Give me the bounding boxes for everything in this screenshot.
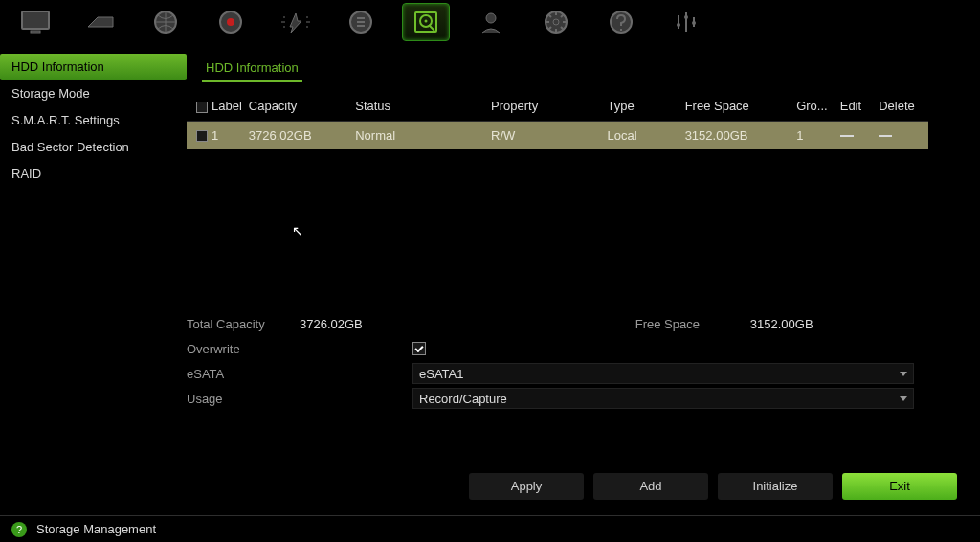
label-usage: Usage: [187, 392, 300, 406]
hdd-icon[interactable]: [402, 3, 450, 41]
cell-edit[interactable]: [836, 121, 876, 149]
overwrite-checkbox[interactable]: [412, 342, 426, 355]
cell-property: R/W: [487, 121, 604, 149]
cell-type: Local: [604, 121, 681, 149]
cell-status: Normal: [351, 121, 487, 149]
svg-point-14: [684, 15, 688, 19]
label-free-space: Free Space: [635, 317, 750, 331]
network-icon[interactable]: [142, 3, 189, 41]
row-checkbox[interactable]: [196, 130, 208, 142]
status-bar: ? Storage Management: [0, 515, 980, 542]
th-status: Status: [351, 92, 487, 121]
cell-capacity: 3726.02GB: [245, 121, 351, 149]
status-text: Storage Management: [36, 522, 156, 536]
svg-rect-1: [31, 31, 40, 33]
usage-select[interactable]: Record/Capture: [412, 388, 914, 409]
svg-point-15: [692, 21, 696, 25]
svg-point-9: [486, 13, 496, 23]
th-capacity: Capacity: [245, 92, 351, 121]
sidebar-item-bad-sector-detection[interactable]: Bad Sector Detection: [0, 134, 187, 161]
record-icon[interactable]: [207, 3, 255, 41]
main-panel: HDD Information Label Capacity Status Pr…: [187, 54, 971, 149]
th-delete: Delete: [875, 92, 928, 121]
device-icon[interactable]: [77, 3, 124, 41]
th-free-space: Free Space: [681, 92, 793, 121]
th-type: Type: [604, 92, 681, 121]
apply-button[interactable]: Apply: [469, 473, 584, 500]
th-group: Gro...: [792, 92, 836, 121]
th-label[interactable]: Label: [187, 92, 245, 121]
label-overwrite: Overwrite: [187, 342, 300, 356]
equalizer-icon[interactable]: [662, 3, 710, 41]
value-free-space: 3152.00GB: [750, 317, 813, 331]
mouse-cursor-icon: ↖: [292, 223, 303, 238]
th-property: Property: [487, 92, 604, 121]
sidebar-item-storage-mode[interactable]: Storage Mode: [0, 80, 187, 107]
sidebar-item-raid[interactable]: RAID: [0, 161, 187, 188]
svg-point-8: [425, 19, 428, 22]
tab-hdd-information[interactable]: HDD Information: [202, 60, 302, 82]
system-icon[interactable]: [532, 3, 580, 41]
exit-button[interactable]: Exit: [842, 473, 957, 500]
cell-group: 1: [792, 121, 836, 149]
sidebar-item-smart-settings[interactable]: S.M.A.R.T. Settings: [0, 107, 187, 134]
summary-panel: Total Capacity 3726.02GB Free Space 3152…: [187, 311, 933, 411]
th-edit: Edit: [836, 92, 876, 121]
hdd-table: Label Capacity Status Property Type Free…: [187, 92, 928, 149]
cell-free: 3152.00GB: [681, 121, 793, 149]
table-row[interactable]: 1 3726.02GB Normal R/W Local 3152.00GB 1: [187, 121, 928, 149]
sidebar: HDD Information Storage Mode S.M.A.R.T. …: [0, 54, 187, 188]
value-total-capacity: 3726.02GB: [300, 317, 363, 331]
sensor-icon[interactable]: [337, 3, 385, 41]
cell-delete[interactable]: [875, 121, 928, 149]
select-all-checkbox[interactable]: [196, 102, 208, 113]
button-row: Apply Add Initialize Exit: [469, 473, 957, 500]
help-icon[interactable]: ?: [11, 522, 27, 537]
user-icon[interactable]: [467, 3, 515, 41]
svg-point-11: [553, 19, 559, 25]
info-icon[interactable]: [597, 3, 645, 41]
add-button[interactable]: Add: [593, 473, 708, 500]
cell-label: 1: [212, 128, 218, 143]
label-total-capacity: Total Capacity: [187, 317, 300, 331]
motion-icon[interactable]: [272, 3, 320, 41]
svg-rect-0: [22, 11, 49, 29]
initialize-button[interactable]: Initialize: [718, 473, 833, 500]
monitor-icon[interactable]: [11, 3, 59, 41]
sidebar-item-hdd-information[interactable]: HDD Information: [0, 54, 187, 80]
top-toolbar: [0, 0, 980, 44]
label-esata: eSATA: [187, 367, 300, 381]
svg-point-13: [677, 23, 680, 27]
esata-select[interactable]: eSATA1: [412, 363, 914, 384]
svg-point-4: [227, 18, 234, 26]
